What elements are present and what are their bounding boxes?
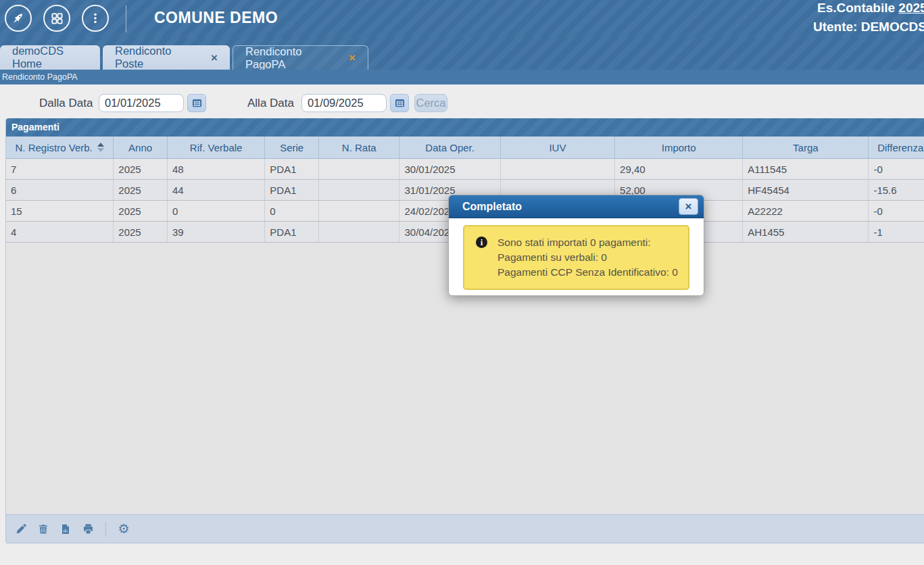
- message-line: Pagamenti CCP Senza Identificativo: 0: [497, 265, 678, 280]
- print-icon[interactable]: [80, 521, 96, 537]
- breadcrumb: Rendiconto PagoPA: [0, 70, 924, 84]
- from-calendar-icon[interactable]: [187, 94, 206, 112]
- dialog-titlebar: Completato: [449, 195, 704, 218]
- column-header-anno[interactable]: Anno: [114, 137, 168, 158]
- table-cell[interactable]: -0: [869, 159, 924, 179]
- column-label: Serie: [280, 142, 303, 153]
- column-header-n-rata[interactable]: N. Rata: [319, 137, 399, 158]
- es-contabile-link[interactable]: Es.Contabile 2025: [817, 1, 924, 16]
- table-row[interactable]: 7202548PDA130/01/202529,40A111545-0: [6, 159, 924, 180]
- tab-rendiconto-pagopa[interactable]: Rendiconto PagoPA: [233, 45, 368, 70]
- main-content: Dalla Data Alla Data Cerca Pagamenti N. …: [0, 84, 924, 565]
- column-label: Importo: [662, 142, 696, 153]
- column-header-serie[interactable]: Serie: [265, 137, 319, 158]
- table-cell[interactable]: A111545: [743, 159, 869, 179]
- column-header-rif-verbale[interactable]: Rif. Verbale: [168, 137, 265, 158]
- grid-toolbar: ⚙: [6, 514, 924, 543]
- page-title: COMUNE DEMO: [154, 9, 278, 27]
- column-label: Rif. Verbale: [190, 142, 243, 153]
- column-label: Differenza: [877, 142, 923, 153]
- table-cell[interactable]: 2025: [114, 201, 168, 221]
- delete-trash-icon[interactable]: [35, 521, 51, 537]
- edit-pencil-icon[interactable]: [13, 521, 29, 537]
- table-cell[interactable]: [501, 159, 615, 179]
- table-cell[interactable]: 2025: [114, 159, 168, 179]
- table-cell[interactable]: 39: [168, 222, 265, 242]
- column-header-differenza[interactable]: Differenza: [869, 137, 924, 158]
- column-label: Targa: [793, 142, 819, 153]
- column-label: Data Oper.: [425, 142, 475, 153]
- tab-rendiconto-poste[interactable]: Rendiconto Poste: [103, 45, 230, 70]
- table-cell[interactable]: 48: [168, 159, 265, 179]
- table-cell[interactable]: 15: [6, 201, 114, 221]
- close-tab-icon[interactable]: [349, 52, 356, 64]
- table-cell[interactable]: HF45454: [743, 180, 869, 200]
- toolbar-divider: [105, 522, 106, 537]
- panel-title: Pagamenti: [6, 118, 924, 137]
- table-cell[interactable]: 0: [168, 201, 265, 221]
- table-cell[interactable]: 2025: [114, 180, 168, 200]
- to-date-label: Alla Data: [247, 97, 294, 110]
- completato-dialog: Completato Sono stati importati 0 pagame…: [448, 195, 704, 296]
- table-cell[interactable]: -15.6: [869, 180, 924, 200]
- to-date-input[interactable]: [301, 94, 387, 112]
- column-header-n-registro-verb[interactable]: N. Registro Verb.: [6, 137, 114, 158]
- message-line: Pagamenti su verbali: 0: [497, 250, 678, 265]
- apps-grid-icon[interactable]: [43, 5, 70, 32]
- column-label: N. Registro Verb.: [16, 142, 93, 153]
- tab-bar: demoCDS HomeRendiconto PosteRendiconto P…: [0, 37, 924, 70]
- close-tab-icon[interactable]: [211, 52, 218, 64]
- from-date-label: Dalla Data: [39, 97, 93, 110]
- es-contabile-year[interactable]: 2025: [898, 1, 924, 15]
- table-cell[interactable]: [319, 201, 399, 221]
- column-label: Anno: [128, 142, 152, 153]
- close-icon[interactable]: [679, 198, 698, 215]
- table-cell[interactable]: [319, 180, 399, 200]
- table-cell[interactable]: [319, 159, 399, 179]
- message-line: Sono stati importati 0 pagamenti:: [497, 235, 678, 250]
- to-calendar-icon[interactable]: [390, 94, 409, 112]
- dialog-title: Completato: [449, 195, 704, 218]
- dialog-body: Sono stati importati 0 pagamenti: Pagame…: [449, 218, 704, 297]
- table-cell[interactable]: 7: [6, 159, 114, 179]
- table-cell[interactable]: 2025: [114, 222, 168, 242]
- app-header: COMUNE DEMO Es.Contabile 2025 Utente: DE…: [0, 0, 924, 37]
- export-file-icon[interactable]: [57, 521, 74, 537]
- table-cell[interactable]: 30/01/2025: [399, 159, 500, 179]
- user-label: Utente: DEMOCDS: [813, 20, 924, 34]
- table-cell[interactable]: PDA1: [265, 180, 319, 200]
- rocket-icon[interactable]: [5, 5, 32, 32]
- from-date-input[interactable]: [99, 94, 184, 112]
- tab-democds-home[interactable]: demoCDS Home: [0, 45, 100, 70]
- tab-label: Rendiconto Poste: [115, 45, 202, 70]
- filter-bar: Dalla Data Alla Data Cerca: [0, 94, 924, 113]
- column-header-targa[interactable]: Targa: [743, 137, 869, 158]
- table-cell[interactable]: AH1455: [743, 222, 869, 242]
- table-cell[interactable]: PDA1: [265, 159, 319, 179]
- tab-label: Rendiconto PagoPA: [245, 45, 340, 71]
- column-header-iuv[interactable]: IUV: [501, 137, 615, 158]
- sort-indicator-icon: [97, 143, 104, 152]
- table-cell[interactable]: 0: [265, 201, 319, 221]
- column-header-importo[interactable]: Importo: [615, 137, 743, 158]
- header-divider: [126, 5, 126, 32]
- table-cell[interactable]: 4: [6, 222, 114, 242]
- info-message-box: Sono stati importati 0 pagamenti: Pagame…: [463, 225, 689, 290]
- info-icon: [476, 237, 487, 248]
- column-header-data-oper[interactable]: Data Oper.: [399, 137, 500, 158]
- search-button[interactable]: Cerca: [414, 94, 447, 112]
- info-message-text: Sono stati importati 0 pagamenti: Pagame…: [497, 235, 678, 280]
- table-cell[interactable]: -1: [869, 222, 924, 242]
- column-label: N. Rata: [342, 142, 376, 153]
- table-cell[interactable]: -0: [869, 201, 924, 221]
- kebab-menu-icon[interactable]: [82, 5, 109, 32]
- table-cell[interactable]: [319, 222, 399, 242]
- tab-label: demoCDS Home: [12, 45, 88, 70]
- table-cell[interactable]: 6: [6, 180, 114, 200]
- table-cell[interactable]: A22222: [743, 201, 869, 221]
- pagamenti-panel: Pagamenti N. Registro Verb.AnnoRif. Verb…: [5, 118, 924, 543]
- table-cell[interactable]: 44: [168, 180, 265, 200]
- settings-gear-icon[interactable]: ⚙: [116, 521, 132, 537]
- table-cell[interactable]: PDA1: [265, 222, 319, 242]
- table-cell[interactable]: 29,40: [615, 159, 743, 179]
